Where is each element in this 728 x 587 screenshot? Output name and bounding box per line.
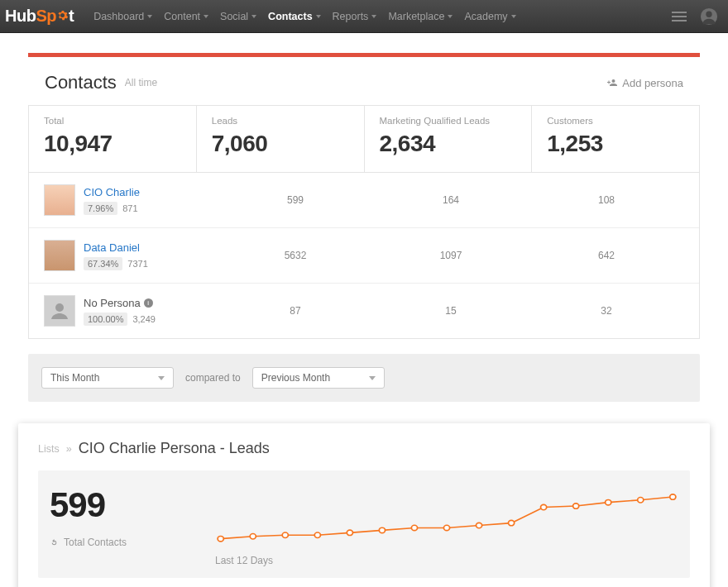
chart-point[interactable] [606,499,611,504]
add-person-icon [607,78,617,88]
chevron-down-icon [316,15,321,18]
add-persona-button[interactable]: Add persona [607,77,683,89]
nav-item-academy[interactable]: Academy [459,11,520,22]
menu-icon[interactable] [670,7,688,26]
chart-caption: Last 12 Days [215,555,678,566]
persona-cell[interactable]: 5632 [218,250,373,261]
persona-name[interactable]: Data Daniel [84,241,148,254]
refresh-icon [50,538,59,547]
chevron-down-icon [251,15,256,18]
logo-text-1: Hub [5,7,36,26]
chart-point[interactable] [670,494,676,499]
breadcrumb-root[interactable]: Lists [38,443,60,455]
sprocket-icon [56,7,69,26]
nav-item-reports[interactable]: Reports [328,11,382,22]
top-nav: HubSpt DashboardContentSocialContactsRep… [0,0,728,33]
persona-cell[interactable]: 164 [373,194,529,206]
chart-point[interactable] [443,525,449,530]
metric-0[interactable]: Total10,947 [29,106,197,172]
nav-item-label: Dashboard [93,11,144,22]
nav-item-contacts[interactable]: Contacts [263,11,325,22]
chart-point[interactable] [411,525,417,530]
metric-1[interactable]: Leads7,060 [197,106,365,172]
persona-cell[interactable]: 1097 [373,250,529,261]
contacts-card: Contacts All time Add persona Total10,94… [28,53,700,339]
chart-point[interactable] [314,532,320,537]
info-icon[interactable]: i [144,298,153,308]
metric-label: Leads [212,116,349,126]
chart-point[interactable] [218,536,223,541]
nav-item-dashboard[interactable]: Dashboard [89,11,157,22]
page-title: Contacts [45,72,117,93]
avatar [44,240,75,271]
nav-item-label: Social [220,11,248,22]
chart-point[interactable] [282,532,288,537]
persona-cell[interactable]: 15 [373,305,529,317]
baseline-select[interactable]: Previous Month [252,367,385,389]
metric-2[interactable]: Marketing Qualified Leads2,634 [365,106,533,172]
persona-cell[interactable]: 32 [529,305,684,317]
svg-point-1 [706,11,711,17]
persona-sum: 871 [122,203,137,213]
persona-sum: 3,249 [132,314,156,324]
nav-items: DashboardContentSocialContactsReportsMar… [89,11,670,22]
nav-item-label: Marketplace [388,11,444,22]
metric-value: 2,634 [380,131,517,157]
table-row: Data Daniel67.34%737156321097642 [29,228,699,284]
chevron-down-icon [511,15,516,18]
persona-cell[interactable]: 642 [529,250,684,261]
period-select-value: This Month [50,372,99,384]
chart-point[interactable] [541,504,547,509]
persona-cell[interactable]: 108 [529,194,684,206]
persona-sum: 7371 [127,259,147,269]
person-icon [50,301,69,321]
metric-value: 10,947 [44,131,181,157]
chart-container: 599 Total Contacts Last 12 Days [38,470,690,578]
chart-total-label: Total Contacts [64,537,127,548]
chart-point[interactable] [250,534,256,539]
nav-item-label: Reports [333,11,369,22]
persona-table: CIO Charlie7.96%871599164108Data Daniel6… [28,173,700,339]
breadcrumb-title: CIO Charlie Persona - Leads [79,440,270,457]
nav-item-label: Contacts [268,11,312,22]
chart-point[interactable] [347,530,352,535]
baseline-select-value: Previous Month [261,372,330,384]
chart-total-value: 599 [50,485,215,525]
persona-pct: 100.00% [84,313,127,326]
persona-cell[interactable]: 87 [218,305,373,317]
metrics-row: Total10,947Leads7,060Marketing Qualified… [28,105,700,173]
metric-3[interactable]: Customers1,253 [532,106,699,172]
nav-item-label: Academy [464,11,507,22]
nav-item-marketplace[interactable]: Marketplace [383,11,457,22]
persona-cell[interactable]: 599 [218,194,373,206]
metric-label: Total [44,116,181,126]
nav-item-label: Content [164,11,200,22]
detail-panel: Lists » CIO Charlie Persona - Leads 599 … [18,423,710,587]
logo[interactable]: HubSpt [5,7,74,26]
chart-point[interactable] [508,520,514,525]
chart-point[interactable] [476,523,481,527]
persona-name[interactable]: CIO Charlie [84,186,140,198]
profile-avatar-icon[interactable] [700,7,718,26]
breadcrumb-sep: » [66,443,72,455]
page-subtitle: All time [125,77,157,88]
chevron-down-icon [158,376,165,380]
avatar [44,184,75,216]
avatar [44,295,75,327]
chevron-down-icon [204,15,208,18]
chart-point[interactable] [638,498,644,503]
breadcrumb: Lists » CIO Charlie Persona - Leads [38,440,690,457]
svg-point-2 [55,303,64,312]
chart-point[interactable] [379,527,385,532]
period-select[interactable]: This Month [41,367,174,389]
table-row: No Persona i100.00%3,249871532 [29,284,699,338]
nav-item-social[interactable]: Social [215,11,261,22]
persona-name: No Persona i [84,297,156,309]
chevron-down-icon [147,15,152,18]
metric-label: Marketing Qualified Leads [380,116,517,126]
nav-item-content[interactable]: Content [159,11,213,22]
chevron-down-icon [371,15,376,18]
add-persona-label: Add persona [622,77,683,89]
chart-point[interactable] [573,503,579,508]
persona-pct: 7.96% [84,202,117,215]
